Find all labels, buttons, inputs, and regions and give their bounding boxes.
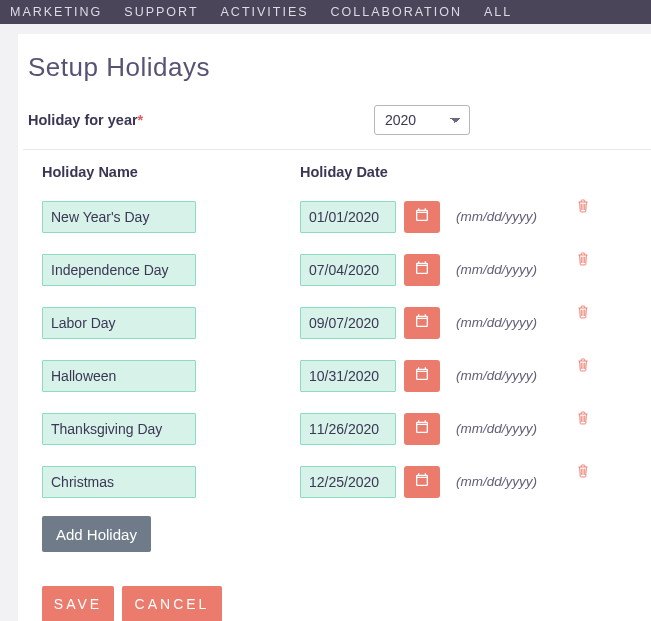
calendar-icon [414,366,430,385]
trash-icon [576,308,590,323]
holiday-name-input[interactable] [42,360,196,392]
table-row: (mm/dd/yyyy) [28,296,651,349]
date-format-hint: (mm/dd/yyyy) [456,209,566,224]
th-name: Holiday Name [42,164,300,180]
footer-buttons: SAVE CANCEL [42,586,651,621]
table-row: (mm/dd/yyyy) [28,190,651,243]
table-body: (mm/dd/yyyy) (mm/dd/yyyy) (mm/dd/yyyy) (… [28,190,651,508]
holiday-date-input[interactable] [300,254,396,286]
year-label: Holiday for year* [28,112,374,128]
calendar-button[interactable] [404,466,440,498]
delete-button[interactable] [574,304,592,322]
date-format-hint: (mm/dd/yyyy) [456,315,566,330]
holiday-name-input[interactable] [42,307,196,339]
delete-button[interactable] [574,198,592,216]
nav-activities[interactable]: ACTIVITIES [221,5,309,19]
holiday-date-input[interactable] [300,307,396,339]
required-marker: * [138,112,144,128]
holiday-date-input[interactable] [300,360,396,392]
save-button[interactable]: SAVE [42,586,114,621]
date-format-hint: (mm/dd/yyyy) [456,262,566,277]
year-row: Holiday for year* 2020 [28,105,651,135]
nav-support[interactable]: SUPPORT [124,5,198,19]
delete-button[interactable] [574,357,592,375]
table-row: (mm/dd/yyyy) [28,243,651,296]
th-date: Holiday Date [300,164,500,180]
calendar-button[interactable] [404,254,440,286]
calendar-button[interactable] [404,201,440,233]
holiday-date-input[interactable] [300,413,396,445]
holiday-name-input[interactable] [42,413,196,445]
year-label-text: Holiday for year [28,112,138,128]
page-title: Setup Holidays [28,52,651,83]
date-format-hint: (mm/dd/yyyy) [456,368,566,383]
table-row: (mm/dd/yyyy) [28,402,651,455]
table-header: Holiday Name Holiday Date [28,150,651,190]
trash-icon [576,467,590,482]
holiday-date-input[interactable] [300,201,396,233]
calendar-icon [414,419,430,438]
date-format-hint: (mm/dd/yyyy) [456,474,566,489]
delete-button[interactable] [574,463,592,481]
top-nav: MARKETING SUPPORT ACTIVITIES COLLABORATI… [0,0,651,24]
calendar-button[interactable] [404,413,440,445]
trash-icon [576,414,590,429]
calendar-icon [414,313,430,332]
delete-button[interactable] [574,410,592,428]
year-select[interactable]: 2020 [374,105,470,135]
holiday-name-input[interactable] [42,201,196,233]
table-row: (mm/dd/yyyy) [28,455,651,508]
trash-icon [576,255,590,270]
delete-button[interactable] [574,251,592,269]
cancel-button[interactable]: CANCEL [122,586,222,621]
date-format-hint: (mm/dd/yyyy) [456,421,566,436]
calendar-button[interactable] [404,307,440,339]
nav-all[interactable]: ALL [484,5,512,19]
nav-marketing[interactable]: MARKETING [10,5,102,19]
calendar-icon [414,207,430,226]
add-holiday-button[interactable]: Add Holiday [42,516,151,552]
holiday-name-input[interactable] [42,254,196,286]
nav-collaboration[interactable]: COLLABORATION [331,5,462,19]
trash-icon [576,361,590,376]
table-row: (mm/dd/yyyy) [28,349,651,402]
holiday-date-input[interactable] [300,466,396,498]
calendar-icon [414,260,430,279]
trash-icon [576,202,590,217]
card: Setup Holidays Holiday for year* 2020 Ho… [18,34,651,621]
calendar-icon [414,472,430,491]
calendar-button[interactable] [404,360,440,392]
holiday-name-input[interactable] [42,466,196,498]
